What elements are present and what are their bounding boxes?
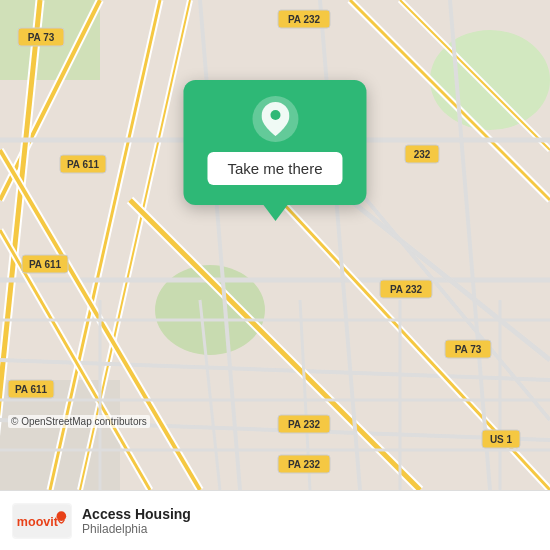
moovit-logo: moovit (12, 503, 72, 539)
map-container: PA 73 PA 232 PA 611 232 PA 611 PA 232 PA… (0, 0, 550, 490)
svg-point-67 (57, 511, 67, 521)
location-subtitle: Philadelphia (82, 522, 538, 536)
svg-text:moovit: moovit (17, 514, 59, 528)
info-bar: moovit Access Housing Philadelphia (0, 490, 550, 550)
svg-text:US 1: US 1 (490, 434, 513, 445)
location-title: Access Housing (82, 506, 538, 522)
take-me-there-button[interactable]: Take me there (207, 152, 342, 185)
svg-text:PA 73: PA 73 (455, 344, 482, 355)
svg-text:PA 232: PA 232 (288, 419, 321, 430)
map-popup: Take me there (183, 80, 366, 205)
svg-text:232: 232 (414, 149, 431, 160)
svg-text:PA 611: PA 611 (15, 384, 48, 395)
svg-point-64 (270, 110, 280, 120)
svg-text:PA 232: PA 232 (288, 459, 321, 470)
svg-text:PA 232: PA 232 (288, 14, 321, 25)
svg-text:PA 611: PA 611 (67, 159, 100, 170)
info-text: Access Housing Philadelphia (82, 506, 538, 536)
location-pin-icon (252, 96, 298, 142)
svg-text:PA 611: PA 611 (29, 259, 62, 270)
svg-text:PA 73: PA 73 (28, 32, 55, 43)
osm-credit: © OpenStreetMap contributors (8, 415, 150, 428)
svg-text:PA 232: PA 232 (390, 284, 423, 295)
